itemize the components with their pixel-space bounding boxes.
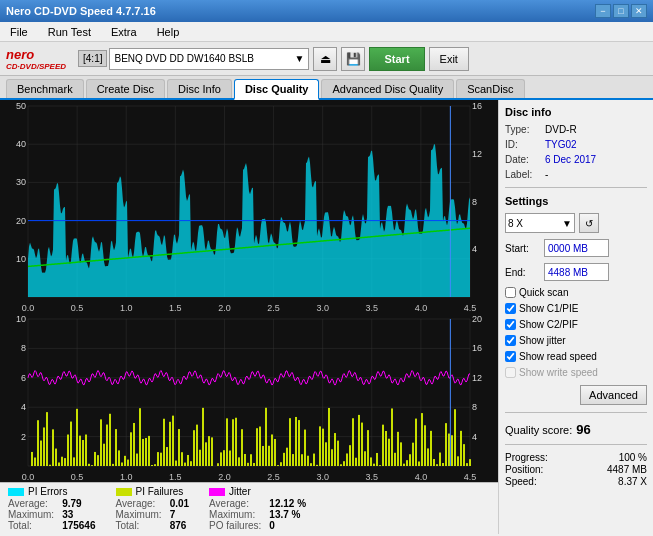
position-value: 4487 MB xyxy=(607,464,647,475)
tab-disc-quality[interactable]: Disc Quality xyxy=(234,79,320,100)
show-c2-checkbox[interactable] xyxy=(505,319,516,330)
progress-label: Progress: xyxy=(505,452,548,463)
disc-id-value: TYG02 xyxy=(545,139,577,150)
pi-failures-legend: PI Failures Average: 0.01 Maximum: 7 Tot… xyxy=(116,486,190,531)
pi-errors-avg-value: 9.79 xyxy=(62,498,95,509)
save-button[interactable]: 💾 xyxy=(341,47,365,71)
speed-prog-label: Speed: xyxy=(505,476,537,487)
jitter-avg-value: 12.12 % xyxy=(269,498,306,509)
menu-help[interactable]: Help xyxy=(151,24,186,40)
side-panel: Disc info Type: DVD-R ID: TYG02 Date: 6 … xyxy=(498,100,653,534)
window-controls: − □ ✕ xyxy=(595,4,647,18)
pi-errors-legend: PI Errors Average: 9.79 Maximum: 33 Tota… xyxy=(8,486,96,531)
main-content: PI Errors Average: 9.79 Maximum: 33 Tota… xyxy=(0,100,653,534)
separator-2 xyxy=(505,412,647,413)
show-write-speed-row: Show write speed xyxy=(505,367,647,378)
speed-row: 8 X ▼ ↺ xyxy=(505,213,647,233)
tab-advanced-disc-quality[interactable]: Advanced Disc Quality xyxy=(321,79,454,98)
start-field-input[interactable]: 0000 MB xyxy=(544,239,609,257)
jitter-legend: Jitter Average: 12.12 % Maximum: 13.7 % … xyxy=(209,486,306,531)
start-field-row: Start: 0000 MB xyxy=(505,239,647,257)
start-button[interactable]: Start xyxy=(369,47,424,71)
pi-errors-data: Average: 9.79 Maximum: 33 Total: 175646 xyxy=(8,498,96,531)
advanced-button[interactable]: Advanced xyxy=(580,385,647,405)
title-text: Nero CD-DVD Speed 4.7.7.16 xyxy=(6,5,156,17)
pi-failures-title: PI Failures xyxy=(116,486,190,497)
quick-scan-checkbox[interactable] xyxy=(505,287,516,298)
position-label: Position: xyxy=(505,464,543,475)
pi-errors-label: PI Errors xyxy=(28,486,67,497)
quality-row: Quality score: 96 xyxy=(505,422,647,437)
settings-title: Settings xyxy=(505,195,647,207)
refresh-button[interactable]: ↺ xyxy=(579,213,599,233)
quick-scan-row: Quick scan xyxy=(505,287,647,298)
pi-errors-title: PI Errors xyxy=(8,486,96,497)
separator-1 xyxy=(505,187,647,188)
speed-value: 8 X xyxy=(508,218,523,229)
jitter-label: Jitter xyxy=(229,486,251,497)
disc-date-row: Date: 6 Dec 2017 xyxy=(505,154,647,165)
progress-section: Progress: 100 % Position: 4487 MB Speed:… xyxy=(505,452,647,488)
jitter-max-value: 13.7 % xyxy=(269,509,306,520)
progress-row: Progress: 100 % xyxy=(505,452,647,463)
minimize-button[interactable]: − xyxy=(595,4,611,18)
exit-button[interactable]: Exit xyxy=(429,47,469,71)
start-field-label: Start: xyxy=(505,243,540,254)
jitter-po-label: PO failures: xyxy=(209,520,261,531)
jitter-data: Average: 12.12 % Maximum: 13.7 % PO fail… xyxy=(209,498,306,531)
pi-errors-max-value: 33 xyxy=(62,509,95,520)
disc-type-row: Type: DVD-R xyxy=(505,124,647,135)
drive-combo-text: BENQ DVD DD DW1640 BSLB xyxy=(114,53,254,64)
tab-scandisc[interactable]: ScanDisc xyxy=(456,79,524,98)
start-field-value: 0000 MB xyxy=(548,243,588,254)
menu-bar: File Run Test Extra Help xyxy=(0,22,653,42)
disc-type-label: Type: xyxy=(505,124,541,135)
show-read-speed-label: Show read speed xyxy=(519,351,597,362)
separator-3 xyxy=(505,444,647,445)
pi-failures-total-value: 876 xyxy=(170,520,189,531)
disc-id-label: ID: xyxy=(505,139,541,150)
menu-run-test[interactable]: Run Test xyxy=(42,24,97,40)
pi-failures-avg-label: Average: xyxy=(116,498,162,509)
tab-benchmark[interactable]: Benchmark xyxy=(6,79,84,98)
menu-extra[interactable]: Extra xyxy=(105,24,143,40)
logo-top: nero xyxy=(6,47,66,62)
end-field-row: End: 4488 MB xyxy=(505,263,647,281)
jitter-max-label: Maximum: xyxy=(209,509,261,520)
speed-chevron-icon: ▼ xyxy=(562,218,572,229)
show-jitter-checkbox[interactable] xyxy=(505,335,516,346)
close-button[interactable]: ✕ xyxy=(631,4,647,18)
pi-errors-avg-label: Average: xyxy=(8,498,54,509)
drive-selector: [4:1] BENQ DVD DD DW1640 BSLB ▼ xyxy=(78,48,309,70)
jitter-po-value: 0 xyxy=(269,520,306,531)
menu-file[interactable]: File xyxy=(4,24,34,40)
disc-type-value: DVD-R xyxy=(545,124,577,135)
eject-button[interactable]: ⏏ xyxy=(313,47,337,71)
logo: nero CD·DVD/SPEED xyxy=(6,47,66,71)
jitter-avg-label: Average: xyxy=(209,498,261,509)
pi-failures-total-label: Total: xyxy=(116,520,162,531)
legend-area: PI Errors Average: 9.79 Maximum: 33 Tota… xyxy=(0,482,498,534)
show-write-speed-label: Show write speed xyxy=(519,367,598,378)
speed-prog-value: 8.37 X xyxy=(618,476,647,487)
quick-scan-label: Quick scan xyxy=(519,287,568,298)
show-c1-checkbox[interactable] xyxy=(505,303,516,314)
end-field-input[interactable]: 4488 MB xyxy=(544,263,609,281)
pi-failures-max-label: Maximum: xyxy=(116,509,162,520)
tab-disc-info[interactable]: Disc Info xyxy=(167,79,232,98)
maximize-button[interactable]: □ xyxy=(613,4,629,18)
pi-errors-color xyxy=(8,488,24,496)
chart-canvas xyxy=(0,100,498,482)
show-c1-label: Show C1/PIE xyxy=(519,303,578,314)
chart-area: PI Errors Average: 9.79 Maximum: 33 Tota… xyxy=(0,100,498,534)
pi-failures-label: PI Failures xyxy=(136,486,184,497)
drive-combo[interactable]: BENQ DVD DD DW1640 BSLB ▼ xyxy=(109,48,309,70)
title-bar: Nero CD-DVD Speed 4.7.7.16 − □ ✕ xyxy=(0,0,653,22)
show-jitter-label: Show jitter xyxy=(519,335,566,346)
pi-failures-max-value: 7 xyxy=(170,509,189,520)
show-read-speed-checkbox[interactable] xyxy=(505,351,516,362)
disc-id-row: ID: TYG02 xyxy=(505,139,647,150)
speed-combo[interactable]: 8 X ▼ xyxy=(505,213,575,233)
show-c2-row: Show C2/PIF xyxy=(505,319,647,330)
tab-create-disc[interactable]: Create Disc xyxy=(86,79,165,98)
